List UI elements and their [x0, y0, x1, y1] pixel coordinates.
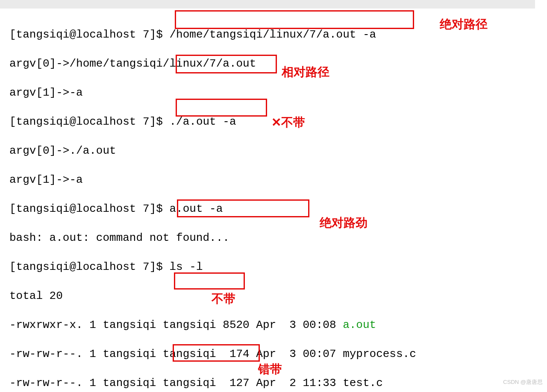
- shell-prompt: [tangsiqi@localhost 7]$: [9, 28, 169, 41]
- shell-prompt: [tangsiqi@localhost 7]$: [9, 202, 169, 215]
- window-menubar: [0, 0, 535, 9]
- shell-prompt: [tangsiqi@localhost 7]$: [9, 115, 169, 128]
- watermark: CSDN @唐唐思: [503, 375, 543, 389]
- annotation-abs-path: 绝对路径: [440, 17, 488, 32]
- annotation-rel-path: 相对路径: [282, 65, 329, 79]
- bash-error: bash: a.out: command not found...: [9, 231, 416, 245]
- cmd-input-rel[interactable]: ./a.out -a: [169, 115, 236, 128]
- annotation-no-path: ✕不带: [271, 115, 305, 130]
- shell-prompt: [tangsiqi@localhost 7]$: [9, 260, 169, 273]
- terminal-output: [tangsiqi@localhost 7]$ /home/tangsiqi/l…: [9, 13, 416, 392]
- argv-output: argv[0]->./a.out: [9, 143, 416, 158]
- cmd-input-ls[interactable]: ls -l: [169, 260, 203, 273]
- ls-filename: test.c: [343, 377, 383, 389]
- annotation-wrong-path: 错带: [258, 362, 282, 377]
- ls-row: -rwxrwxr-x. 1 tangsiqi tangsiqi 8520 Apr…: [9, 318, 416, 332]
- ls-filename-exe: a.out: [343, 319, 376, 331]
- ls-row: -rw-rw-r--. 1 tangsiqi tangsiqi 127 Apr …: [9, 376, 416, 390]
- annotation-abs-path2: 绝对路劲: [320, 216, 368, 230]
- argv-output: argv[0]->/home/tangsiqi/linux/7/a.out: [9, 56, 416, 71]
- argv-output: argv[1]->-a: [9, 173, 416, 187]
- annotation-no-path2: 不带: [212, 292, 235, 306]
- cmd-input-bare[interactable]: a.out -a: [169, 202, 223, 215]
- argv-output: argv[1]->-a: [9, 85, 416, 100]
- cmd-input-abs[interactable]: /home/tangsiqi/linux/7/a.out -a: [169, 28, 376, 41]
- ls-filename: myprocess.c: [343, 348, 416, 360]
- ls-row: -rw-rw-r--. 1 tangsiqi tangsiqi 174 Apr …: [9, 347, 416, 361]
